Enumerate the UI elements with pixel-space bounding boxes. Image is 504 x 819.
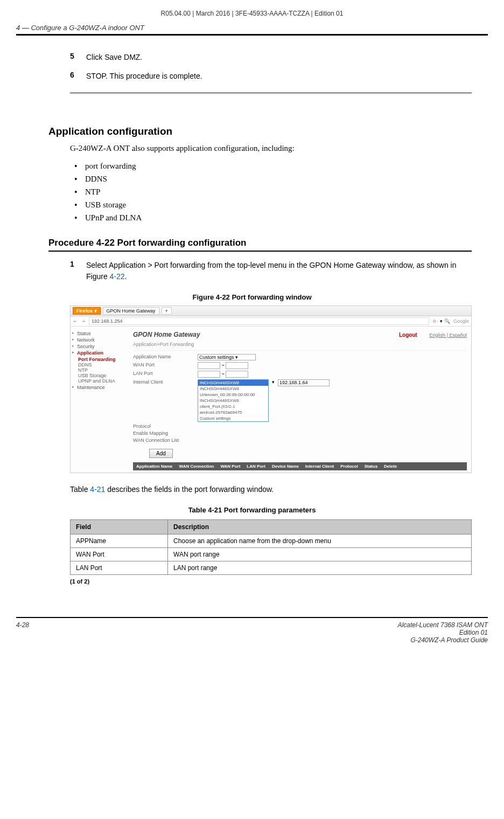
- step-text: Click Save DMZ.: [86, 52, 472, 63]
- breadcrumb: Application>Port Forwarding: [133, 341, 467, 351]
- sidebar-sub-ddns[interactable]: DDNS: [78, 362, 127, 367]
- table-reference-text: Table 4-21 describes the fields in the p…: [70, 484, 472, 495]
- table-row: LAN Port LAN port range: [71, 561, 472, 575]
- search-box[interactable]: Google: [453, 318, 469, 324]
- dropdown-arrow-icon: ▾: [272, 379, 275, 385]
- col-header: LAN Port: [247, 464, 265, 469]
- left-nav-sidebar: Status Network Security Application Port…: [71, 327, 129, 473]
- col-header-description: Description: [168, 520, 472, 535]
- nav-forward-icon[interactable]: →: [81, 318, 86, 324]
- firefox-menu-button[interactable]: Firefox ▾: [73, 307, 101, 315]
- label-application-name: Application Name: [133, 354, 198, 359]
- figure-link[interactable]: 4-22: [110, 272, 125, 281]
- col-header: Internal Client: [305, 464, 334, 469]
- url-input[interactable]: 192.168.1.254: [89, 317, 429, 325]
- cell-description: WAN port range: [168, 548, 472, 561]
- dropdown-option[interactable]: android-29782a69475: [198, 410, 268, 415]
- search-engine-icon: ▾ 🔍: [440, 318, 450, 324]
- sidebar-sub-ntp[interactable]: NTP: [78, 367, 127, 373]
- page-footer: 4-28 Alcatel-Lucent 7368 ISAM ONT Editio…: [16, 621, 488, 644]
- cell-field: WAN Port: [71, 548, 168, 561]
- step-number: 5: [70, 52, 86, 63]
- sidebar-sub-upnp-dlna[interactable]: UPNP and DLNA: [78, 378, 127, 384]
- table-row: APPName Choose an application name from …: [71, 535, 472, 548]
- label-protocol: Protocol: [133, 424, 198, 429]
- select-application-name[interactable]: Custom settings ▾: [198, 354, 256, 360]
- nav-back-icon[interactable]: ←: [73, 318, 78, 324]
- dropdown-selected-option[interactable]: INCHSGH448SXW8: [198, 380, 268, 386]
- footer-guide-title: G-240WZ-A Product Guide: [398, 636, 488, 644]
- footer-edition: Edition 01: [398, 629, 488, 636]
- cell-field: LAN Port: [71, 561, 168, 575]
- page-number: 4-28: [16, 621, 29, 644]
- col-header: WAN Port: [220, 464, 240, 469]
- select-internal-client[interactable]: INCHSGH448SXW8 INCHSGH448SXW8 Unknown_00…: [198, 379, 269, 422]
- section-divider: [70, 93, 472, 93]
- sidebar-item-security[interactable]: Security: [73, 344, 127, 349]
- input-wan-port-to[interactable]: [226, 362, 248, 369]
- sidebar-sub-port-forwarding[interactable]: Port Forwarding: [78, 357, 127, 362]
- browser-address-bar: ← → 192.168.1.254 ☆ ▾ 🔍 Google: [71, 316, 471, 327]
- dropdown-option[interactable]: INCHSGH448SXW8: [198, 398, 268, 404]
- input-wan-port-from[interactable]: [198, 362, 220, 369]
- new-tab-button[interactable]: +: [162, 307, 172, 315]
- cell-description: Choose an application name from the drop…: [168, 535, 472, 548]
- step-5: 5 Click Save DMZ.: [70, 52, 472, 63]
- footer-product-line: Alcatel-Lucent 7368 ISAM ONT: [398, 621, 488, 629]
- step-text-part: .: [125, 272, 127, 281]
- dropdown-option[interactable]: Custom settings: [198, 415, 268, 421]
- list-item: port forwarding: [81, 159, 472, 172]
- dropdown-option[interactable]: Unknown_00:26:86:00:00:00: [198, 392, 268, 398]
- browser-tab[interactable]: GPON Home Gateway: [103, 307, 159, 315]
- sidebar-item-status[interactable]: Status: [73, 331, 127, 336]
- heading-procedure-4-22: Procedure 4-22 Port forwarding configura…: [48, 238, 472, 252]
- steps-list: 5 Click Save DMZ. 6 STOP. This procedure…: [70, 52, 472, 82]
- col-header: Application Name: [136, 464, 173, 469]
- feature-list: port forwarding DDNS NTP USB storage UPn…: [70, 159, 472, 224]
- port-forward-table-header: Application Name WAN Connection WAN Port…: [133, 462, 467, 470]
- dropdown-option[interactable]: client_Port.(f/2/2-1: [198, 404, 268, 410]
- table-link[interactable]: 4-21: [90, 485, 105, 494]
- step-text: STOP. This procedure is complete.: [86, 71, 472, 82]
- logout-link[interactable]: Logout: [399, 332, 417, 338]
- step-text: Select Application > Port forwarding fro…: [86, 260, 472, 282]
- sidebar-item-network[interactable]: Network: [73, 337, 127, 343]
- page-title: GPON Home Gateway: [133, 331, 200, 338]
- label-enable-mapping: Enable Mapping: [133, 431, 198, 436]
- heading-application-configuration: Application configuration: [48, 126, 488, 137]
- col-header: Status: [365, 464, 377, 469]
- sidebar-sub-usb-storage[interactable]: USB Storage: [78, 373, 127, 378]
- input-internal-ip[interactable]: 192.168.1.64: [278, 379, 330, 386]
- dropdown-option[interactable]: INCHSGH448SXW8: [198, 386, 268, 392]
- cell-description: LAN port range: [168, 561, 472, 575]
- step-text-part: Select Application > Port forwarding fro…: [86, 261, 457, 281]
- input-lan-port-from[interactable]: [198, 371, 220, 378]
- step-6: 6 STOP. This procedure is complete.: [70, 71, 472, 82]
- label-wan-connection-list: WAN Connection List: [133, 438, 198, 443]
- table-caption: Table 4-21 Port forwarding parameters: [70, 506, 434, 514]
- list-item: DDNS: [81, 172, 472, 185]
- doc-revision-header: R05.04.00 | March 2016 | 3FE-45933-AAAA-…: [16, 5, 488, 24]
- parameters-table: Field Description APPName Choose an appl…: [70, 519, 472, 575]
- table-row: WAN Port WAN port range: [71, 548, 472, 561]
- add-button[interactable]: Add: [149, 449, 173, 458]
- footer-divider: [16, 617, 488, 618]
- sidebar-item-maintenance[interactable]: Maintenance: [73, 385, 127, 390]
- col-header: WAN Connection: [179, 464, 214, 469]
- bookmark-star-icon[interactable]: ☆: [432, 318, 437, 324]
- sidebar-item-application[interactable]: Application: [73, 350, 127, 356]
- col-header: Device Name: [272, 464, 299, 469]
- list-item: UPnP and DLNA: [81, 211, 472, 224]
- input-lan-port-to[interactable]: [226, 371, 248, 378]
- label-wan-port: WAN Port: [133, 362, 198, 367]
- language-selector[interactable]: English | Español: [430, 332, 467, 338]
- main-content-panel: GPON Home Gateway Logout English | Españ…: [129, 327, 471, 473]
- col-header: Delete: [384, 464, 397, 469]
- col-header: Protocol: [340, 464, 358, 469]
- cell-field: APPName: [71, 535, 168, 548]
- body-intro: G-240WZ-A ONT also supports application …: [70, 143, 472, 154]
- figure-caption: Figure 4-22 Port forwarding window: [70, 293, 434, 301]
- step-number: 6: [70, 71, 86, 82]
- browser-tab-bar: Firefox ▾ GPON Home Gateway +: [71, 306, 471, 316]
- table-header-row: Field Description: [71, 520, 472, 535]
